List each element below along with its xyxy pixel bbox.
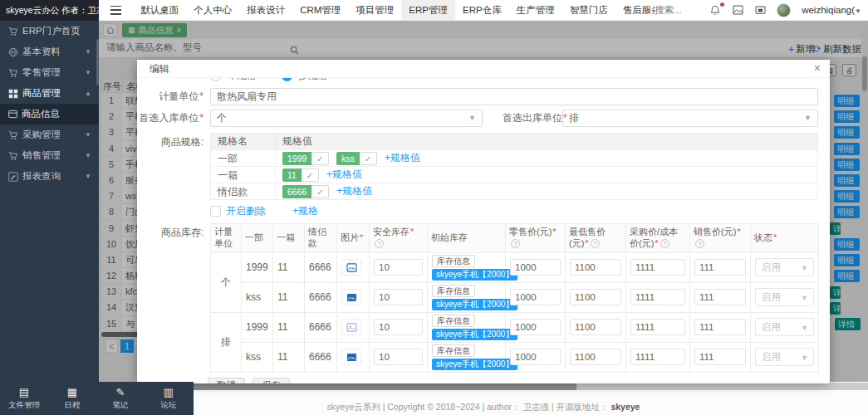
menu-toggle-icon[interactable] xyxy=(110,6,121,15)
unit-label: 计量单位* xyxy=(137,90,210,104)
avatar[interactable] xyxy=(777,3,791,17)
cost-price-input[interactable] xyxy=(630,259,685,276)
help-icon[interactable]: ? xyxy=(591,239,600,248)
cart-icon xyxy=(8,68,18,78)
spec-value-confirm-button[interactable]: ✓ xyxy=(360,152,377,165)
nav-item-erp-warehouse[interactable]: ERP仓库 xyxy=(455,0,509,21)
product-image-upload[interactable] xyxy=(341,319,361,335)
save-button[interactable]: 保存 xyxy=(253,378,290,384)
min-price-input[interactable] xyxy=(570,259,621,276)
help-icon[interactable]: ? xyxy=(511,239,520,248)
nav-item-production[interactable]: 生产管理 xyxy=(509,0,562,21)
safe-stock-input[interactable] xyxy=(374,349,423,365)
stock-info-button[interactable]: 库存信息 xyxy=(432,255,475,267)
dock-item-notes[interactable]: ✎笔记 xyxy=(96,382,145,415)
cost-price-input[interactable] xyxy=(630,289,685,305)
add-spec-value-link[interactable]: +规格值 xyxy=(326,168,362,182)
status-select[interactable]: 启用▼ xyxy=(755,288,814,306)
inbound-unit-select[interactable]: 个▼ xyxy=(210,110,483,127)
enable-delete-label[interactable]: 开启删除 xyxy=(226,204,266,218)
product-image-upload[interactable] xyxy=(341,289,361,305)
sale-price-input[interactable] xyxy=(694,349,746,365)
outbound-unit-select[interactable]: 排▼ xyxy=(562,110,818,127)
warehouse-tag[interactable]: skyeye手机【2000】 xyxy=(432,299,517,310)
status-select[interactable]: 启用▼ xyxy=(755,348,814,366)
sidebar-item-erp-home[interactable]: ERP门户首页 xyxy=(0,21,99,42)
safe-stock-input[interactable] xyxy=(374,319,423,335)
min-price-input[interactable] xyxy=(570,289,621,305)
radio-multi-spec[interactable] xyxy=(282,78,292,81)
enable-delete-checkbox[interactable] xyxy=(210,206,221,217)
min-price-input[interactable] xyxy=(570,349,621,365)
cancel-button[interactable]: 取消 xyxy=(208,378,245,384)
nav-item-default-desktop[interactable]: 默认桌面 xyxy=(133,0,186,21)
modal-body: 单规格 多规格 计量单位* 首选入库单位* 个▼ 首选出库单位* 排▼ 商品规格… xyxy=(137,78,830,383)
sidebar-item-product-info[interactable]: 商品信息 xyxy=(0,104,99,124)
edit-icon xyxy=(8,172,18,182)
help-icon[interactable]: ? xyxy=(660,239,669,248)
status-select[interactable]: 启用▼ xyxy=(755,318,814,336)
nav-item-crm[interactable]: CRM管理 xyxy=(292,0,348,21)
spec-value-confirm-button[interactable]: ✓ xyxy=(311,152,329,165)
nav-item-report-design[interactable]: 报表设计 xyxy=(239,0,292,21)
spec-value-tag: 1999✓ xyxy=(282,152,329,165)
sidebar-item-purchase[interactable]: 采购管理▼ xyxy=(0,124,99,145)
help-icon[interactable]: ? xyxy=(695,239,704,248)
sidebar-item-basic-data[interactable]: 基本资料▼ xyxy=(0,42,99,62)
close-icon[interactable]: × xyxy=(814,61,821,75)
app-logo: skyeye云办公 作者：卫志强 xyxy=(0,0,99,21)
fullscreen-icon[interactable] xyxy=(754,4,766,16)
cost-price-input[interactable] xyxy=(630,319,685,335)
nav-item-smart-store[interactable]: 智慧门店 xyxy=(562,0,615,21)
retail-price-input[interactable] xyxy=(510,349,561,365)
sidebar-item-retail[interactable]: 零售管理▼ xyxy=(0,62,99,83)
footer-link[interactable]: skyeye xyxy=(611,402,640,412)
status-select[interactable]: 启用▼ xyxy=(755,258,814,276)
add-spec-value-link[interactable]: +规格值 xyxy=(385,151,420,165)
product-image-upload[interactable] xyxy=(341,259,361,276)
stock-info-button[interactable]: 库存信息 xyxy=(432,344,475,357)
warehouse-tag[interactable]: skyeye手机【2000】 xyxy=(432,359,517,370)
add-spec-value-link[interactable]: +规格值 xyxy=(336,184,372,198)
help-icon[interactable]: ? xyxy=(375,239,384,248)
safe-stock-input[interactable] xyxy=(374,289,423,305)
nav-item-project[interactable]: 项目管理 xyxy=(348,0,401,21)
min-price-input[interactable] xyxy=(570,319,621,335)
sidebar-item-product-management[interactable]: 商品管理▲ xyxy=(0,83,99,104)
product-image-upload[interactable] xyxy=(341,349,361,365)
sidebar-item-sales[interactable]: 销售管理▼ xyxy=(0,145,99,166)
nav-item-personal-center[interactable]: 个人中心 xyxy=(186,0,239,21)
sidebar-scrollbar[interactable] xyxy=(96,39,99,85)
sidebar-item-report-query[interactable]: 报表查询▼ xyxy=(0,166,99,187)
sale-price-input[interactable] xyxy=(694,319,746,335)
global-search-input[interactable] xyxy=(655,5,709,15)
unit-field-row: 计量单位* xyxy=(137,88,818,105)
dock-item-file-manager[interactable]: ▤文件管理 xyxy=(0,382,48,415)
spec-value-confirm-button[interactable]: ✓ xyxy=(302,168,319,182)
stock-info-button[interactable]: 库存信息 xyxy=(432,315,475,327)
dock-item-schedule[interactable]: ▦日程 xyxy=(48,382,96,415)
spec-value-confirm-button[interactable]: ✓ xyxy=(311,185,329,198)
nav-item-after-sales[interactable]: 售后服务 xyxy=(615,0,655,21)
stock-header-status: 状态* xyxy=(751,224,819,253)
sale-price-input[interactable] xyxy=(694,259,746,276)
notification-bell-icon[interactable] xyxy=(709,4,721,16)
warehouse-tag[interactable]: skyeye手机【2000】 xyxy=(432,269,517,281)
stock-info-button[interactable]: 库存信息 xyxy=(432,285,475,297)
retail-price-input[interactable] xyxy=(510,259,561,276)
dock-item-forum[interactable]: ▥论坛 xyxy=(145,382,193,415)
username-menu[interactable]: weizhiqiang(▼ xyxy=(802,5,861,15)
radio-single-spec[interactable] xyxy=(210,78,221,81)
unit-input[interactable] xyxy=(210,88,818,105)
retail-price-input[interactable] xyxy=(510,319,561,335)
add-spec-link[interactable]: +规格 xyxy=(292,204,318,218)
warehouse-tag[interactable]: skyeye手机【2000】 xyxy=(432,329,517,340)
nav-item-erp[interactable]: ERP管理 xyxy=(401,0,455,21)
retail-price-input[interactable] xyxy=(510,289,561,305)
forum-icon: ▥ xyxy=(145,387,193,398)
moments-icon[interactable] xyxy=(732,4,743,16)
sale-price-input[interactable] xyxy=(694,289,746,305)
cost-price-input[interactable] xyxy=(630,349,685,365)
safe-stock-input[interactable] xyxy=(374,259,423,276)
chevron-down-icon: ▼ xyxy=(801,320,808,336)
